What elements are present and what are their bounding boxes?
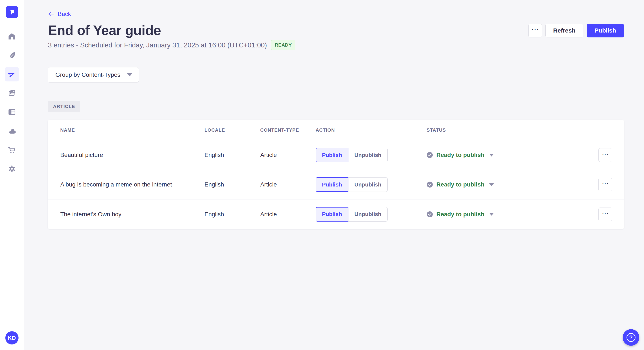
column-header-status: STATUS [426,127,589,133]
entry-locale: English [204,181,260,188]
row-more-button[interactable]: ⋯ [598,178,612,191]
layout-icon [8,108,16,117]
strapi-logo[interactable] [6,6,18,18]
entry-status[interactable]: Ready to publish [426,211,494,218]
publish-release-button[interactable]: Publish [587,24,624,37]
check-circle-icon [426,152,433,158]
action-toggle: Publish Unpublish [316,177,426,192]
table-row: The internet's Own boy English Article P… [48,199,624,229]
unpublish-option-button[interactable]: Unpublish [348,148,388,162]
strapi-logo-icon [8,8,16,15]
check-circle-icon [426,211,433,217]
cloud-icon [8,127,16,136]
sidebar-footer: KD [0,326,24,350]
page-title: End of Year guide [48,23,161,38]
group-by-value: Group by Content-Types [55,71,120,78]
chevron-down-icon [127,73,132,76]
row-more-button[interactable]: ⋯ [598,207,612,221]
arrow-left-icon [48,11,54,17]
row-more-button[interactable]: ⋯ [598,148,612,162]
back-label: Back [58,11,71,17]
back-link[interactable]: Back [48,11,71,17]
logo-container [0,0,24,24]
sidebar-item-media-library[interactable] [5,86,19,100]
gear-icon [8,164,16,173]
user-avatar[interactable]: KD [5,331,18,345]
header-actions: ⋯ Refresh Publish [528,24,624,37]
entry-status-label: Ready to publish [436,152,484,159]
sidebar-item-releases[interactable] [5,67,19,81]
cart-icon [8,146,16,154]
release-meta: 3 entries - Scheduled for Friday, Januar… [48,40,624,50]
entry-status-label: Ready to publish [436,211,484,218]
sidebar: KD [0,0,24,350]
entry-content-type: Article [260,211,316,218]
images-icon [8,89,16,98]
action-toggle: Publish Unpublish [316,148,426,162]
group-label-article: ARTICLE [48,101,80,112]
feather-icon [8,51,16,60]
column-header-action: ACTION [316,127,426,133]
entry-locale: English [204,211,260,218]
entries-table-card: NAME LOCALE CONTENT-TYPE ACTION STATUS B… [48,120,624,229]
chevron-down-icon [489,154,494,157]
help-button[interactable]: ? [623,329,639,346]
entry-content-type: Article [260,181,316,188]
entry-status[interactable]: Ready to publish [426,181,494,188]
more-icon: ⋯ [602,209,609,217]
refresh-button[interactable]: Refresh [546,24,583,37]
more-icon: ⋯ [602,179,609,187]
group-by-select[interactable]: Group by Content-Types [48,67,139,82]
entry-content-type: Article [260,152,316,159]
release-more-button[interactable]: ⋯ [528,24,542,37]
column-header-content-type: CONTENT-TYPE [260,127,316,133]
release-schedule-text: 3 entries - Scheduled for Friday, Januar… [48,41,267,49]
entry-name: A bug is becoming a meme on the internet [60,181,204,188]
publish-option-button[interactable]: Publish [316,177,348,192]
sidebar-item-deploy[interactable] [5,124,19,138]
question-mark-icon: ? [626,333,636,342]
chevron-down-icon [489,183,494,186]
header-row: End of Year guide ⋯ Refresh Publish [48,23,624,38]
entry-name: The internet's Own boy [60,211,204,218]
table-row: Beautiful picture English Article Publis… [48,140,624,170]
main-content: Back End of Year guide ⋯ Refresh Publish… [24,0,644,229]
more-icon: ⋯ [602,150,609,158]
sidebar-item-home[interactable] [5,29,19,44]
sidebar-item-marketplace[interactable] [5,143,19,157]
publish-option-button[interactable]: Publish [316,207,348,222]
table-header-row: NAME LOCALE CONTENT-TYPE ACTION STATUS [48,120,624,140]
paper-plane-icon [8,70,16,79]
home-icon [8,32,16,41]
entry-name: Beautiful picture [60,152,204,159]
entry-locale: English [204,152,260,159]
check-circle-icon [426,181,433,188]
publish-option-button[interactable]: Publish [316,148,348,162]
unpublish-option-button[interactable]: Unpublish [348,207,388,222]
status-badge: READY [271,40,296,50]
sidebar-item-content-type-builder[interactable] [5,105,19,119]
sidebar-item-content-manager[interactable] [5,48,19,62]
entry-status-label: Ready to publish [436,181,484,188]
entry-status[interactable]: Ready to publish [426,152,494,159]
toolbar: Group by Content-Types [48,67,624,82]
sidebar-item-settings[interactable] [5,162,19,176]
column-header-name: NAME [60,127,204,133]
action-toggle: Publish Unpublish [316,207,426,222]
unpublish-option-button[interactable]: Unpublish [348,177,388,192]
sidebar-nav [5,29,19,176]
more-icon: ⋯ [531,25,539,34]
chevron-down-icon [489,213,494,216]
column-header-locale: LOCALE [204,127,260,133]
table-row: A bug is becoming a meme on the internet… [48,170,624,199]
